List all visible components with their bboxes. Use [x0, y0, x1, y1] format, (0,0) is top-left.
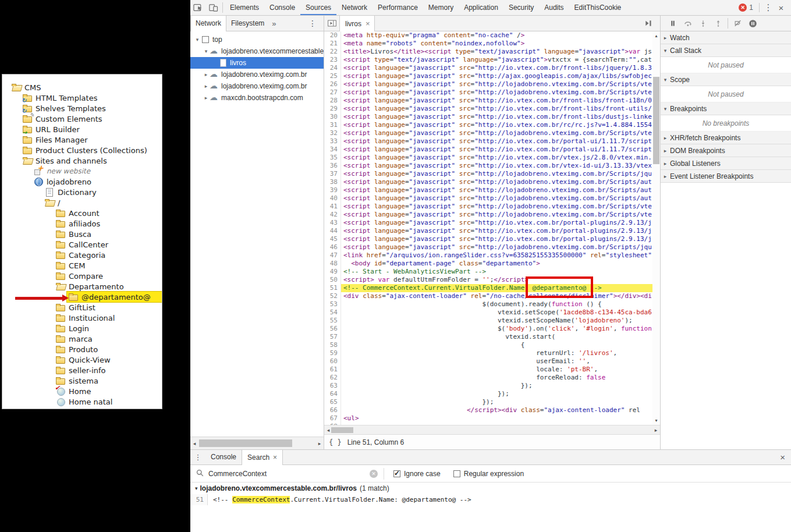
cms-tree-item[interactable]: Account [2, 208, 162, 218]
cms-tree-item[interactable]: Quick-View [2, 354, 162, 365]
search-option-checkbox[interactable]: Ignore case [393, 470, 441, 478]
cms-tree-item[interactable]: HTML Templates [2, 93, 162, 103]
section-header[interactable]: DOM Breakpoints [661, 144, 791, 157]
search-result-line[interactable]: 51 <!-- CommerceContext.Current.VirtualF… [190, 494, 791, 505]
pause-on-exceptions-icon[interactable] [745, 16, 760, 30]
scroll-left-icon[interactable]: ◂ [190, 437, 198, 449]
step-into-icon[interactable] [696, 16, 711, 30]
cms-tree-item[interactable]: CallCenter [2, 239, 162, 250]
devtools-tab[interactable]: Network [336, 0, 373, 15]
cms-tree-item[interactable]: Departamento [2, 281, 162, 292]
cms-tree-item[interactable]: lojadobreno [2, 176, 162, 187]
deactivate-breakpoints-icon[interactable] [730, 16, 745, 30]
scrollbar-thumb[interactable] [331, 427, 353, 433]
devtools-tab[interactable]: Audits [539, 0, 569, 15]
cms-tree-item[interactable]: GiftList [2, 302, 162, 313]
devtools-tab[interactable]: Application [459, 0, 503, 15]
cms-tree-item[interactable]: Files Manager [2, 134, 162, 145]
checkbox-icon[interactable] [453, 470, 460, 477]
section-header[interactable]: Breakpoints [661, 102, 791, 115]
cms-tree-item[interactable]: Sites and channels [2, 155, 162, 166]
navigator-tree-item[interactable]: lojadobreno.vtexcommercestable [190, 45, 324, 57]
scrollbar-thumb[interactable] [653, 77, 659, 164]
search-input[interactable]: CommerceContext ✕ [190, 469, 384, 478]
step-over-icon[interactable] [680, 16, 696, 30]
devtools-tab[interactable]: Console [264, 0, 300, 15]
expand-arrow-icon[interactable] [203, 95, 210, 101]
navigator-hscrollbar[interactable]: ◂ ▸ [190, 437, 324, 449]
navigator-tree-item[interactable]: maxcdn.bootstrapcdn.com [190, 92, 324, 104]
cms-tree-item[interactable]: Home natal [2, 396, 162, 407]
navigator-tree-item[interactable]: lojadobreno.vteximg.com.br [190, 80, 324, 92]
close-drawer-icon[interactable]: × [780, 452, 785, 462]
pretty-print-icon[interactable]: { } [324, 438, 347, 446]
navigator-tree-item[interactable]: top [190, 34, 324, 45]
device-toolbar-icon[interactable] [205, 0, 221, 15]
error-badge-icon[interactable]: ✕ [739, 3, 747, 12]
navigator-menu-icon[interactable]: ⋮ [308, 19, 317, 28]
cms-tree-item[interactable]: Institucional [2, 313, 162, 323]
navigator-tab[interactable]: Filesystem [226, 16, 269, 31]
cms-tree-item[interactable]: Busca [2, 229, 162, 239]
drawer-tab[interactable]: Console [205, 450, 242, 464]
cms-tree-item[interactable]: / [2, 197, 162, 208]
editor-hscrollbar[interactable]: ◂ ▸ [324, 425, 660, 434]
cms-tree-item[interactable]: Shelves Templates [2, 103, 162, 114]
navigator-tree-item[interactable]: livros [190, 57, 324, 69]
section-header[interactable]: XHR/fetch Breakpoints [661, 132, 791, 144]
inspect-element-icon[interactable] [190, 0, 205, 15]
section-header[interactable]: Event Listener Breakpoints [661, 170, 791, 183]
devtools-tab[interactable]: Performance [373, 0, 423, 15]
devtools-tab[interactable]: Elements [225, 0, 264, 15]
cms-tree-item[interactable]: Categoria [2, 250, 162, 260]
clear-search-icon[interactable]: ✕ [370, 470, 378, 478]
section-header[interactable]: Call Stack [661, 44, 791, 57]
expand-arrow-icon[interactable] [203, 48, 210, 54]
cms-tree-item[interactable]: Produto [2, 344, 162, 354]
cms-tree-item[interactable]: CEM [2, 260, 162, 271]
cms-tree-item[interactable]: URL Builder [2, 124, 162, 134]
search-result-file-row[interactable]: ▾ lojadobreno.vtexcommercestable.com.br/… [190, 483, 791, 494]
search-option-checkbox[interactable]: Regular expression [453, 470, 524, 478]
navigator-tree-item[interactable]: lojadobreno.vteximg.com.br [190, 69, 324, 80]
cms-tree-item[interactable]: Product Clusters (Collections) [2, 145, 162, 155]
devtools-tab[interactable]: Security [503, 0, 539, 15]
cms-tree-item[interactable]: new website [2, 166, 162, 176]
devtools-close-icon[interactable]: × [775, 3, 788, 13]
step-out-icon[interactable] [711, 16, 726, 30]
expand-arrow-icon[interactable] [203, 72, 210, 77]
scrollbar-thumb[interactable] [199, 439, 292, 447]
file-tab-livros[interactable]: livros × [339, 16, 375, 31]
section-header[interactable]: Global Listeners [661, 157, 791, 170]
expand-arrow-icon[interactable] [194, 37, 201, 42]
cms-tree-item[interactable]: seller-info [2, 365, 162, 375]
navigator-tab[interactable]: Network [190, 16, 226, 31]
devtools-tab[interactable]: Sources [300, 0, 336, 15]
devtools-tab[interactable]: EditThisCookie [569, 0, 627, 15]
close-file-icon[interactable]: × [366, 19, 370, 28]
pause-script-icon[interactable] [665, 16, 680, 30]
scroll-right-icon[interactable]: ▸ [652, 425, 660, 434]
scroll-down-icon[interactable]: ▾ [652, 418, 660, 423]
cms-tree-item[interactable]: Home [2, 386, 162, 396]
more-tabs-icon[interactable]: » [269, 19, 279, 28]
scroll-right-icon[interactable]: ▸ [315, 437, 324, 449]
cms-tree-item[interactable]: CMS [2, 82, 162, 93]
cms-tree-item[interactable]: Custom Elements [2, 114, 162, 124]
section-header[interactable]: Watch [661, 31, 791, 44]
hide-navigator-icon[interactable] [324, 20, 339, 27]
cms-tree-item[interactable]: afiliados [2, 218, 162, 229]
checkbox-icon[interactable] [393, 470, 400, 477]
close-tab-icon[interactable] [273, 451, 277, 465]
devtools-tab[interactable]: Memory [423, 0, 459, 15]
scroll-up-icon[interactable]: ▴ [652, 33, 660, 38]
cms-tree-item[interactable]: marca [2, 334, 162, 344]
editor-vscrollbar[interactable]: ▴ ▾ [652, 31, 660, 425]
cms-tree-item[interactable]: Login [2, 323, 162, 334]
drawer-tab[interactable]: Search [242, 450, 283, 465]
drawer-menu-icon[interactable]: ⋮ [190, 453, 205, 462]
cms-tree-item[interactable]: Dictionary [2, 187, 162, 197]
cms-tree-item[interactable]: sistema [2, 375, 162, 386]
cms-tree-item[interactable]: Compare [2, 271, 162, 281]
section-header[interactable]: Scope [661, 73, 791, 86]
